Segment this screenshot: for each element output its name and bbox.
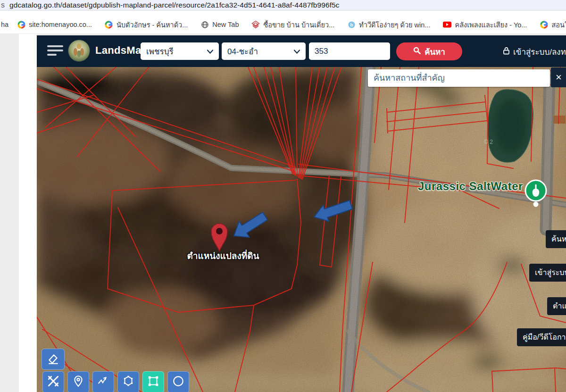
bookmark-label: ha xyxy=(1,21,8,28)
province-select[interactable]: เพชรบุรี xyxy=(141,42,219,60)
google-g-icon xyxy=(540,20,548,29)
login-link-label: เข้าสู่ระบบ/ลงท xyxy=(513,45,566,58)
address-bar[interactable]: s gdcatalog.go.th/dataset/gdpublish-mapl… xyxy=(0,0,566,10)
bookmark-item[interactable]: ซื้อขาย บ้าน บ้านเดี่ยว... xyxy=(251,19,334,30)
bookmark-label: ทำวีดีโอง่ายๆ ด้วย win... xyxy=(359,19,430,30)
copyright-watermark: © 2 xyxy=(484,139,493,145)
bookmark-item[interactable]: New Tab xyxy=(200,20,239,29)
bookmark-label: คลังเพลงและเสียง - Yo... xyxy=(455,19,527,30)
crossed-pencils-icon xyxy=(47,375,60,390)
amphoe-select-value: 04-ชะอำ xyxy=(227,45,258,58)
google-g-icon xyxy=(17,20,25,29)
address-url[interactable]: gdcatalog.go.th/dataset/gdpublish-maplan… xyxy=(9,1,340,9)
search-button[interactable]: ค้นหา xyxy=(396,42,462,60)
bookmark-item[interactable]: site:homenayoo.co... xyxy=(17,20,92,29)
polygon-icon xyxy=(122,375,135,390)
polyline-icon xyxy=(97,375,110,390)
side-button-manual-video[interactable]: คู่มือ/วีดีโอการ xyxy=(517,328,566,346)
place-search-input[interactable] xyxy=(368,69,550,87)
tool-circle-button[interactable] xyxy=(167,371,189,392)
tool-pin-button[interactable] xyxy=(67,371,89,392)
tool-polyline-button[interactable] xyxy=(92,371,114,392)
chevron-down-icon xyxy=(294,47,300,56)
login-link[interactable]: เข้าสู่ระบบ/ลงท xyxy=(503,45,566,58)
pin-outline-icon xyxy=(72,375,85,390)
page-background: LandsMaps เพชรบุรี 04-ชะอำ ค้นหา เข้าสู่… xyxy=(0,34,566,392)
parcel-number-input[interactable] xyxy=(309,42,390,60)
circle-icon xyxy=(172,375,185,390)
search-icon xyxy=(413,47,421,57)
red-lattice-icon xyxy=(251,20,260,29)
amphoe-select[interactable]: 04-ชะอำ xyxy=(222,42,306,60)
app-header: LandsMaps เพชรบุรี 04-ชะอำ ค้นหา เข้าสู่… xyxy=(37,35,566,67)
poi-attraction-icon[interactable] xyxy=(524,178,548,208)
side-button-search[interactable]: ค้นห xyxy=(546,230,566,248)
side-button-position[interactable]: ตำแห xyxy=(547,297,566,315)
bookmark-item[interactable]: นับตัวอักษร - ค้นหาด้ว... xyxy=(105,19,188,30)
lock-icon xyxy=(503,47,510,57)
address-bar-left-fragment: s xyxy=(1,1,9,9)
bookmark-item[interactable]: คลังเพลงและเสียง - Yo... xyxy=(443,19,527,30)
bookmark-label: New Tab xyxy=(212,21,239,28)
map-viewport[interactable]: × © 2 Jurassic SaltWater ตำแหน่งแปลงที่ด… xyxy=(37,67,566,392)
menu-hamburger-icon[interactable] xyxy=(47,45,64,58)
province-select-value: เพชรบุรี xyxy=(146,45,174,58)
bookmark-label: site:homenayoo.co... xyxy=(29,21,92,28)
close-icon[interactable]: × xyxy=(551,67,566,87)
search-button-label: ค้นหา xyxy=(424,45,445,58)
bookmark-label: นับตัวอักษร - ค้นหาด้ว... xyxy=(117,19,188,30)
tool-polygon-button[interactable] xyxy=(117,371,139,392)
landsmaps-app: LandsMaps เพชรบุรี 04-ชะอำ ค้นหา เข้าสู่… xyxy=(37,35,566,392)
bookmark-item[interactable]: b ทำวีดีโอง่ายๆ ด้วย win... xyxy=(347,19,430,30)
parcel-pin-label: ตำแหน่งแปลงที่ดิน xyxy=(183,249,263,263)
svg-text:b: b xyxy=(350,22,353,27)
rectangle-select-icon xyxy=(147,375,160,390)
terrain-grain xyxy=(37,67,566,392)
chevron-down-icon xyxy=(207,47,213,56)
bookmarks-bar: ha site:homenayoo.co... นับตัวอักษร - ค้… xyxy=(0,11,566,34)
tool-rectangle-select-button[interactable] xyxy=(142,371,164,392)
youtube-icon xyxy=(443,20,451,29)
side-button-login[interactable]: เข้าสู่ระบบ xyxy=(529,264,566,282)
department-of-lands-logo xyxy=(68,40,90,62)
bookmark-item[interactable]: ha xyxy=(1,21,8,28)
google-g-icon xyxy=(105,20,113,29)
satellite-map-canvas xyxy=(37,67,566,392)
eraser-icon xyxy=(47,352,60,367)
page-white-column xyxy=(19,34,37,392)
globe-icon xyxy=(200,20,209,29)
tool-eraser-button[interactable] xyxy=(42,349,65,370)
bookmark-label: สอนใช้ movie maker... xyxy=(551,19,566,30)
bookmark-label: ซื้อขาย บ้าน บ้านเดี่ยว... xyxy=(263,19,334,30)
tool-draw-cross-button[interactable] xyxy=(42,371,64,392)
poi-label: Jurassic SaltWater xyxy=(418,180,531,193)
bookmark-item[interactable]: สอนใช้ movie maker... xyxy=(540,19,566,30)
blue-b-icon: b xyxy=(347,20,356,29)
